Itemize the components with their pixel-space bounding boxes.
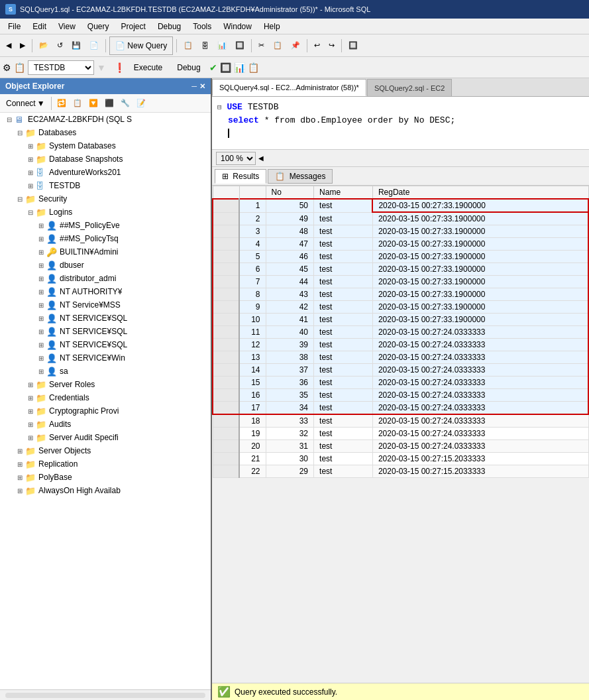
tree-item[interactable]: ⊞📁Server Roles: [0, 378, 211, 391]
oe-btn3[interactable]: 🔽: [86, 96, 101, 111]
expand-icon[interactable]: ⊟: [25, 209, 36, 216]
fwd-btn[interactable]: ▶: [17, 37, 28, 54]
expand-icon[interactable]: ⊞: [36, 288, 46, 296]
expand-icon[interactable]: ⊞: [36, 249, 46, 256]
table-row[interactable]: 1239test2020-03-15 00:27:24.0333333: [213, 339, 588, 351]
menu-item-debug[interactable]: Debug: [152, 21, 186, 32]
expand-icon[interactable]: ⊞: [25, 394, 36, 402]
expand-icon[interactable]: ⊞: [25, 408, 36, 415]
table-row[interactable]: 1734test2020-03-15 00:27:24.0333333: [213, 402, 588, 415]
tree-item[interactable]: ⊞👤NT Service¥MSS: [0, 298, 211, 312]
expand-icon[interactable]: ⊞: [36, 315, 46, 322]
toolbar2-btn2[interactable]: 📊: [234, 62, 245, 73]
tree-item[interactable]: ⊞🔑BUILTIN¥Admini: [0, 245, 211, 259]
table-row[interactable]: 1338test2020-03-15 00:27:24.0333333: [213, 351, 588, 364]
tree-item[interactable]: ⊞📁Database Snapshots: [0, 152, 211, 166]
table-row[interactable]: 2229test2020-03-15 00:27:15.2033333: [213, 465, 588, 478]
tree-item[interactable]: ⊞📁Server Objects: [0, 444, 211, 457]
expand-icon[interactable]: ⊞: [15, 474, 25, 481]
results-tab[interactable]: ⊞ Results: [215, 169, 266, 184]
table-row[interactable]: 1041test2020-03-15 00:27:33.1900000: [213, 314, 588, 326]
tree-item[interactable]: ⊞👤NT AUTHORITY¥: [0, 285, 211, 298]
copy-btn[interactable]: 📋: [270, 37, 286, 54]
expand-icon[interactable]: ⊞: [36, 222, 46, 229]
menu-item-file[interactable]: File: [3, 21, 26, 32]
oe-btn1[interactable]: 🔁: [54, 96, 69, 111]
expand-icon[interactable]: ⊞: [25, 182, 36, 190]
sql-tab[interactable]: SQLQuery2.sql - EC2: [367, 79, 452, 96]
expand-icon[interactable]: ⊞: [36, 275, 46, 282]
tree-item[interactable]: ⊞📁PolyBase: [0, 471, 211, 484]
tree-item[interactable]: ⊞📁Credentials: [0, 391, 211, 404]
tree-item[interactable]: ⊞👤##MS_PolicyTsq: [0, 232, 211, 245]
oe-pin2-icon[interactable]: ✕: [199, 82, 205, 91]
oe-btn5[interactable]: 🔧: [118, 96, 133, 111]
new-query-btn[interactable]: 📄 New Query: [109, 36, 173, 55]
tree-item[interactable]: ⊞📁AlwaysOn High Availab: [0, 484, 211, 497]
menu-item-view[interactable]: View: [53, 21, 81, 32]
toolbar2-btn1[interactable]: 🔲: [220, 62, 231, 73]
results-table-wrap[interactable]: NoNameRegDate150test2020-03-15 00:27:33.…: [212, 186, 589, 683]
icon5[interactable]: 🔲: [345, 37, 361, 54]
tree-item[interactable]: ⊞👤dbuser: [0, 259, 211, 272]
expand-icon[interactable]: ⊞: [36, 368, 46, 375]
sql-editor[interactable]: ⊟ USE TESTDB select * from dbo.Employee …: [212, 97, 589, 150]
table-row[interactable]: 942test2020-03-15 00:27:33.1900000: [213, 301, 588, 314]
expand-icon[interactable]: ⊞: [25, 156, 36, 163]
tree-item[interactable]: ⊞📁Server Audit Specifi: [0, 431, 211, 444]
tree-item[interactable]: ⊞👤distributor_admi: [0, 272, 211, 285]
database-selector[interactable]: TESTDB: [28, 60, 94, 75]
table-row[interactable]: 546test2020-03-15 00:27:33.1900000: [213, 251, 588, 263]
zoom-select[interactable]: 100 % 75 % 125 % 150 %: [216, 152, 256, 165]
table-row[interactable]: 150test2020-03-15 00:27:33.1900000: [213, 199, 588, 212]
expand-icon[interactable]: ⊟: [4, 116, 15, 123]
oe-btn6[interactable]: 📝: [134, 96, 148, 111]
paste-btn[interactable]: 📌: [288, 37, 303, 54]
expand-icon[interactable]: ⊞: [25, 169, 36, 176]
tree-item[interactable]: ⊞👤sa: [0, 365, 211, 378]
table-row[interactable]: 1437test2020-03-15 00:27:24.0333333: [213, 364, 588, 377]
icon4[interactable]: 🔲: [232, 37, 248, 54]
menu-item-window[interactable]: Window: [218, 21, 257, 32]
save2-btn[interactable]: 📄: [86, 37, 102, 54]
tree-item[interactable]: ⊞👤##MS_PolicyEve: [0, 219, 211, 232]
menu-item-edit[interactable]: Edit: [27, 21, 52, 32]
expand-icon[interactable]: ⊟: [15, 196, 25, 203]
table-row[interactable]: 447test2020-03-15 00:27:33.1900000: [213, 238, 588, 251]
expand-icon[interactable]: ⊞: [36, 328, 46, 335]
oe-btn2[interactable]: 📋: [70, 96, 85, 111]
table-row[interactable]: 843test2020-03-15 00:27:33.1900000: [213, 288, 588, 301]
menu-item-help[interactable]: Help: [258, 21, 286, 32]
save-btn[interactable]: 💾: [68, 37, 84, 54]
table-row[interactable]: 1833test2020-03-15 00:27:24.0333333: [213, 414, 588, 428]
table-row[interactable]: 744test2020-03-15 00:27:33.1900000: [213, 276, 588, 288]
table-row[interactable]: 348test2020-03-15 00:27:33.1900000: [213, 225, 588, 238]
tree-item[interactable]: ⊞🗄AdventureWorks201: [0, 166, 211, 179]
open-btn[interactable]: 📂: [36, 37, 52, 54]
expand-icon[interactable]: ⊞: [25, 143, 36, 150]
menu-item-project[interactable]: Project: [116, 21, 151, 32]
undo2-btn[interactable]: ↩: [311, 37, 323, 54]
icon3[interactable]: 📊: [214, 37, 230, 54]
tree-item[interactable]: ⊞📁Replication: [0, 457, 211, 471]
tree-item[interactable]: ⊟📁Databases: [0, 126, 211, 139]
expand-icon[interactable]: ⊞: [15, 461, 25, 468]
toolbar2-btn3[interactable]: 📋: [248, 62, 259, 73]
tree-item[interactable]: ⊞🗄TESTDB: [0, 179, 211, 192]
tree-item[interactable]: ⊞👤NT SERVICE¥SQL: [0, 325, 211, 338]
expand-icon[interactable]: ⊞: [36, 302, 46, 309]
tree-item[interactable]: ⊞👤NT SERVICE¥SQL: [0, 338, 211, 351]
expand-icon[interactable]: ⊞: [15, 447, 25, 455]
menu-item-tools[interactable]: Tools: [187, 21, 217, 32]
sql-tab[interactable]: SQLQuery4.sql - EC2...Administrator (58)…: [212, 79, 366, 96]
oe-scroll[interactable]: [0, 689, 211, 700]
tree-item[interactable]: ⊞📁Audits: [0, 418, 211, 431]
expand-icon[interactable]: ⊟: [15, 129, 25, 137]
cut-btn[interactable]: ✂: [255, 37, 268, 54]
execute-button[interactable]: Execute: [128, 60, 168, 76]
table-row[interactable]: 2031test2020-03-15 00:27:24.0333333: [213, 440, 588, 453]
tree-item[interactable]: ⊞📁System Databases: [0, 139, 211, 152]
undo-btn[interactable]: ↺: [54, 37, 66, 54]
tree-item[interactable]: ⊞👤NT SERVICE¥SQL: [0, 312, 211, 325]
tree-item[interactable]: ⊞👤NT SERVICE¥Win: [0, 351, 211, 365]
